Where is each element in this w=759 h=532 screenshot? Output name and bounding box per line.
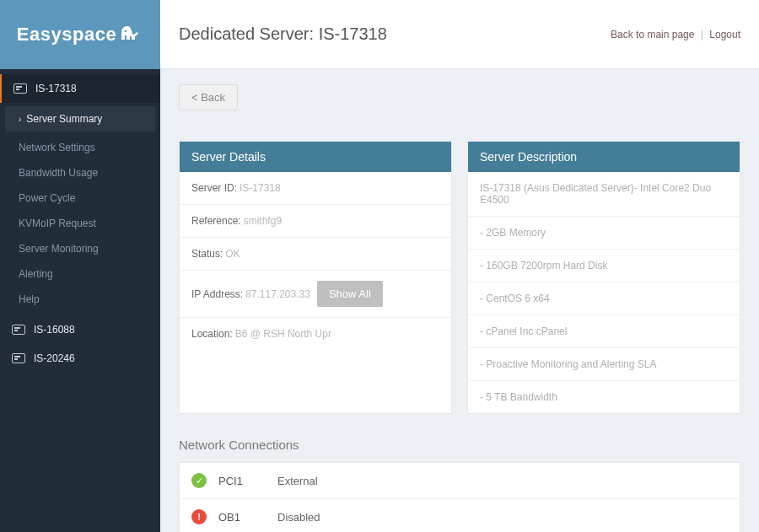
detail-row: Location:B6 @ RSH North Upr [180,318,451,350]
nic-name: OB1 [218,511,277,524]
detail-label: Reference: [191,215,241,227]
nic-name: PCI1 [218,475,277,487]
brand-name: Easyspace [17,24,116,46]
nic-state: Disabled [277,511,320,524]
description-line: - CentOS 6 x64 [468,282,740,315]
detail-value: IS-17318 [240,182,281,194]
server-icon [13,83,27,94]
description-line: - 2GB Memory [468,217,740,250]
nic-state: External [277,475,318,487]
description-line: - 5 TB Bandwidth [468,381,740,413]
detail-value: 87.117.203.33 [245,288,310,300]
description-line: - Proactive Monitoring and Alerting SLA [468,348,740,381]
detail-label: IP Address: [191,288,243,300]
panel-body: IS-17318 (Asus Dedicated Server)- Intel … [468,172,740,413]
sidebar-item-label: Network Settings [19,142,95,153]
sidebar-item-label: Server Monitoring [19,243,99,255]
nav-sub: ›Server Summary Network Settings Bandwid… [0,103,160,315]
detail-label: Server ID: [191,182,237,194]
sidebar-item-kvmoip-request[interactable]: KVMoIP Request [0,211,160,236]
panel-title: Server Description [468,142,740,172]
detail-label: Location: [191,328,233,340]
topbar: Dedicated Server: IS-17318 Back to main … [160,0,759,69]
brand-logo: Easyspace [17,24,143,46]
panel-body: Server ID:IS-17318 Reference:smithfg9 St… [180,172,451,350]
section-title: Network Connections [179,438,740,452]
sidebar: Easyspace IS-17318 ›Server Summary Netwo… [0,0,160,532]
panel-row: Server Details Server ID:IS-17318 Refere… [179,141,740,414]
description-line: - cPanel Inc cPanel [468,315,740,348]
page-title: Dedicated Server: IS-17318 [179,24,387,44]
elephant-icon [120,24,143,45]
sidebar-section-is-16088[interactable]: IS-16088 [0,315,160,344]
detail-label: Status: [191,248,223,260]
sidebar-item-network-settings[interactable]: Network Settings [0,135,160,160]
sidebar-item-label: KVMoIP Request [19,218,96,229]
panel-server-details: Server Details Server ID:IS-17318 Refere… [179,141,452,414]
brand-bar: Easyspace [0,0,160,69]
nav: IS-17318 ›Server Summary Network Setting… [0,69,160,373]
sidebar-item-power-cycle[interactable]: Power Cycle [0,185,160,211]
top-links: Back to main page | Logout [611,29,740,40]
sidebar-item-label: Power Cycle [19,192,75,204]
sidebar-section-is-17318[interactable]: IS-17318 [0,74,160,103]
chevron-right-icon: › [19,115,21,124]
detail-value: B6 @ RSH North Upr [235,328,331,340]
description-line: IS-17318 (Asus Dedicated Server)- Intel … [468,172,740,217]
list-row: ! OB1 Disabled [180,499,740,532]
description-line: - 160GB 7200rpm Hard Disk [468,250,740,282]
main: Dedicated Server: IS-17318 Back to main … [160,0,759,532]
back-button[interactable]: < Back [179,84,238,110]
content: < Back Server Details Server ID:IS-17318… [160,69,759,532]
panel-title: Server Details [180,142,451,172]
sidebar-item-label: Alerting [19,268,53,280]
sidebar-section-is-20246[interactable]: IS-20246 [0,344,160,373]
detail-value: OK [225,248,240,260]
server-icon [12,325,25,335]
sidebar-item-help[interactable]: Help [0,287,160,312]
list-card: ✓ PCI1 External ! OB1 Disabled [179,462,740,532]
detail-row: Status:OK [180,238,451,271]
section-network-connections: Network Connections ✓ PCI1 External ! OB… [179,438,740,532]
sidebar-item-label: Bandwidth Usage [19,167,98,179]
sidebar-item-server-summary[interactable]: ›Server Summary [5,106,155,132]
sidebar-item-alerting[interactable]: Alerting [0,261,160,287]
panel-server-description: Server Description IS-17318 (Asus Dedica… [467,141,740,414]
sidebar-item-server-monitoring[interactable]: Server Monitoring [0,236,160,261]
sidebar-item-label: Help [19,293,40,305]
sidebar-item-label: Server Summary [26,113,102,125]
check-icon: ✓ [191,473,207,488]
logout-link[interactable]: Logout [709,29,740,40]
detail-row: Server ID:IS-17318 [180,172,451,205]
detail-row: IP Address:87.117.203.33Show All [180,271,451,318]
alert-icon: ! [191,509,207,524]
server-icon [12,353,25,363]
sidebar-section-label: IS-17318 [35,83,77,94]
back-main-link[interactable]: Back to main page [611,29,694,40]
separator: | [701,29,703,40]
list-row: ✓ PCI1 External [180,463,740,499]
sidebar-section-label: IS-20246 [34,352,75,364]
detail-value: smithfg9 [244,215,282,227]
show-all-button[interactable]: Show All [317,281,383,307]
detail-row: Reference:smithfg9 [180,205,451,238]
sidebar-section-label: IS-16088 [34,324,75,336]
sidebar-item-bandwidth-usage[interactable]: Bandwidth Usage [0,160,160,185]
svg-point-0 [125,30,126,32]
